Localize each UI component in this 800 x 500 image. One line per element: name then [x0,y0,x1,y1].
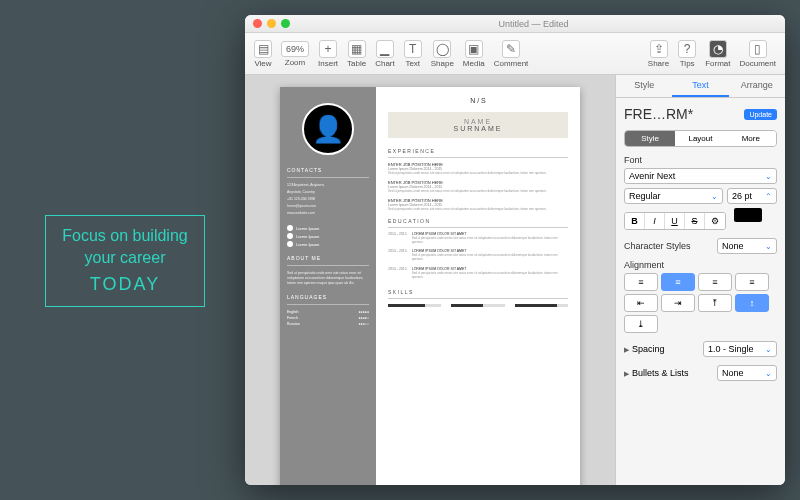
close-icon[interactable] [253,19,262,28]
canvas[interactable]: 👤 CONTACTS 123 Anystreet, Anytown, Anyst… [245,75,615,485]
tips-button[interactable]: ?Tips [675,38,699,70]
media-button[interactable]: ▣Media [460,38,488,70]
outdent-button[interactable]: ⇤ [624,294,658,312]
zoom-icon[interactable] [281,19,290,28]
gear-icon[interactable]: ⚙ [705,213,725,229]
stepper-icon: ⌃ [765,192,772,201]
window-title: Untitled — Edited [290,19,777,29]
document-icon: ▯ [749,40,767,58]
address-line: Anystate, Country [287,190,369,195]
job-desc: Sed ut perspiciatis unde omnis iste natu… [388,172,568,176]
alignment-buttons: ≡ ≡ ≡ ≡ ⇤ ⇥ ⤒ ↕ ⤓ [624,273,777,333]
text-subtabs: Style Layout More [624,130,777,147]
social-row: Lorem Ipsum [287,241,369,247]
bullets-select[interactable]: None⌄ [717,365,777,381]
address-line: 123 Anystreet, Anytown, [287,183,369,188]
edu-row: 2014 - 2015LOREM IPSUM DOLOR SIT AMETSed… [388,267,568,283]
disclosure-icon: ▶ [624,346,629,353]
contacts-heading: CONTACTS [287,167,369,173]
subtab-style[interactable]: Style [625,131,675,146]
comment-icon: ✎ [502,40,520,58]
window-controls [253,19,290,28]
inspector-panel: Style Text Arrange FRE…RM* Update Style … [615,75,785,485]
phone: +01 123.456.7890 [287,197,369,202]
spacing-select[interactable]: 1.0 - Single⌄ [703,341,777,357]
tab-arrange[interactable]: Arrange [729,75,785,97]
align-center-button[interactable]: ≡ [661,273,695,291]
char-styles-select[interactable]: None⌄ [717,238,777,254]
subtab-layout[interactable]: Layout [675,131,725,146]
indent-button[interactable]: ⇥ [661,294,695,312]
table-button[interactable]: ▦Table [344,38,369,70]
shape-icon: ◯ [433,40,451,58]
chart-button[interactable]: ▁Chart [372,38,398,70]
update-button[interactable]: Update [744,109,777,120]
share-button[interactable]: ⇪Share [645,38,672,70]
resume-page[interactable]: 👤 CONTACTS 123 Anystreet, Anytown, Anyst… [280,87,580,485]
shape-button[interactable]: ◯Shape [428,38,457,70]
format-icon: ◔ [709,40,727,58]
color-swatch[interactable] [734,208,762,222]
toolbar: ▤View 69%Zoom +Insert ▦Table ▁Chart TTex… [245,33,785,75]
paragraph-style[interactable]: FRE…RM* Update [624,106,777,122]
languages-heading: LANGUAGES [287,294,369,300]
align-justify-button[interactable]: ≡ [735,273,769,291]
view-button[interactable]: ▤View [251,38,275,70]
promo-box: Focus on building your career TODAY [45,215,205,307]
minimize-icon[interactable] [267,19,276,28]
disclosure-icon: ▶ [624,370,629,377]
education-heading: EDUCATION [388,218,568,224]
align-left-button[interactable]: ≡ [624,273,658,291]
font-label: Font [624,155,777,165]
font-family-select[interactable]: Avenir Next⌄ [624,168,777,184]
email: lorem@ipsum.com [287,204,369,209]
bullets-row[interactable]: ▶Bullets & Lists None⌄ [624,365,777,381]
lang-row: Russian●●●○○ [287,322,369,326]
skills-row [388,303,568,307]
skills-heading: SKILLS [388,289,568,295]
italic-button[interactable]: I [645,213,665,229]
subtab-more[interactable]: More [726,131,776,146]
about-text: Sed ut perspiciatis unde omn iste natus … [287,271,369,286]
chevron-down-icon: ⌄ [711,192,718,201]
valign-top-button[interactable]: ⤒ [698,294,732,312]
social-icon [287,225,293,231]
job-desc: Sed ut perspiciatis unde omnis iste natu… [388,208,568,212]
titlebar: Untitled — Edited [245,15,785,33]
chevron-down-icon: ⌄ [765,369,772,378]
table-icon: ▦ [348,40,366,58]
view-icon: ▤ [254,40,272,58]
insert-button[interactable]: +Insert [315,38,341,70]
text-button[interactable]: TText [401,38,425,70]
resume-sidebar: 👤 CONTACTS 123 Anystreet, Anytown, Anyst… [280,87,376,485]
strike-button[interactable]: S [685,213,705,229]
tab-style[interactable]: Style [616,75,672,97]
promo-line2: your career [85,247,166,269]
resume-main: N / S NAME SURNAME EXPERIENCE ENTER JOB … [376,87,580,485]
char-styles-label: Character Styles [624,241,691,251]
zoom-button[interactable]: 69%Zoom [278,39,312,69]
align-right-button[interactable]: ≡ [698,273,732,291]
content-area: 👤 CONTACTS 123 Anystreet, Anytown, Anyst… [245,75,785,485]
edu-row: 2014 - 2015LOREM IPSUM DOLOR SIT AMETSed… [388,249,568,265]
app-window: Untitled — Edited ▤View 69%Zoom +Insert … [245,15,785,485]
tab-text[interactable]: Text [672,75,728,97]
media-icon: ▣ [465,40,483,58]
name-box: NAME SURNAME [388,112,568,138]
font-weight-select[interactable]: Regular⌄ [624,188,723,204]
font-size-stepper[interactable]: 26 pt⌃ [727,188,777,204]
share-icon: ⇪ [650,40,668,58]
valign-bottom-button[interactable]: ⤓ [624,315,658,333]
chevron-down-icon: ⌄ [765,242,772,251]
inspector-tabs: Style Text Arrange [616,75,785,98]
spacing-row[interactable]: ▶Spacing 1.0 - Single⌄ [624,341,777,357]
bold-button[interactable]: B [625,213,645,229]
comment-button[interactable]: ✎Comment [491,38,532,70]
underline-button[interactable]: U [665,213,685,229]
chart-icon: ▁ [376,40,394,58]
document-button[interactable]: ▯Document [737,38,779,70]
website: www.website.com [287,211,369,216]
valign-middle-button[interactable]: ↕ [735,294,769,312]
format-button[interactable]: ◔Format [702,38,733,70]
avatar: 👤 [302,103,354,155]
